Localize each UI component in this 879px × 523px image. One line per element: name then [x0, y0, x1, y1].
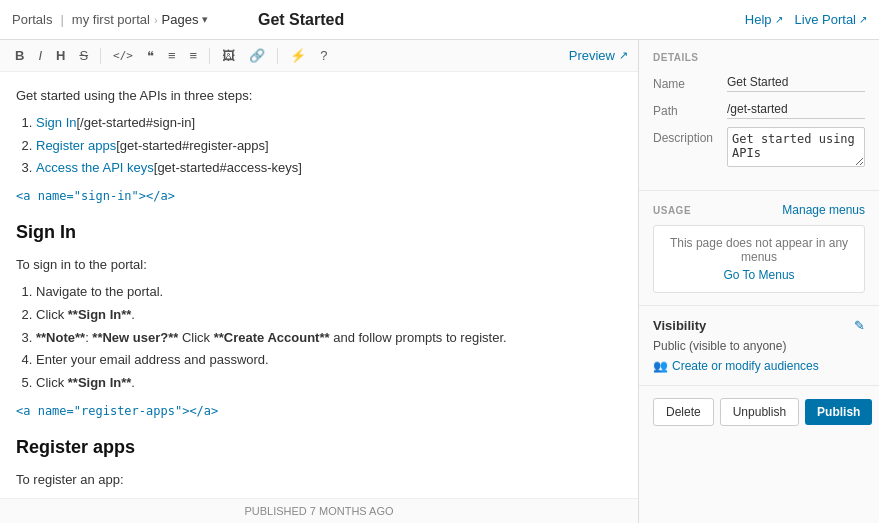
bold-button[interactable]: B — [10, 46, 29, 65]
manage-menus-link[interactable]: Manage menus — [782, 203, 865, 217]
toolbar-divider-1 — [100, 48, 101, 64]
italic-button[interactable]: I — [33, 46, 47, 65]
intro-text: Get started using the APIs in three step… — [16, 86, 622, 107]
step-2: Register apps[get-started#register-apps] — [36, 136, 622, 157]
details-section: DETAILS Name Path Description Get starte… — [639, 40, 879, 191]
path-input[interactable] — [727, 100, 865, 119]
preview-button[interactable]: Preview ↗ — [569, 48, 628, 63]
publish-button[interactable]: Publish — [805, 399, 872, 425]
unordered-list-button[interactable]: ≡ — [163, 46, 181, 65]
h2-register: Register apps — [16, 433, 622, 462]
toolbar-divider-2 — [209, 48, 210, 64]
help-link[interactable]: Help ↗ — [745, 12, 783, 27]
name-input[interactable] — [727, 73, 865, 92]
lightning-button[interactable]: ⚡ — [285, 46, 311, 65]
visibility-title: Visibility — [653, 318, 706, 333]
editor-panel: B I H S </> ❝ ≡ ≡ 🖼 🔗 ⚡ ? Preview ↗ Get … — [0, 40, 639, 523]
image-button[interactable]: 🖼 — [217, 46, 240, 65]
step-1: Sign In[/get-started#sign-in] — [36, 113, 622, 134]
description-label: Description — [653, 127, 721, 145]
pages-breadcrumb[interactable]: Pages — [162, 12, 199, 27]
path-field-row: Path — [653, 100, 865, 119]
usage-box: This page does not appear in any menus G… — [653, 225, 865, 293]
strikethrough-button[interactable]: S — [74, 46, 93, 65]
description-textarea[interactable]: Get started using APIs — [727, 127, 865, 167]
visibility-section: Visibility ✎ Public (visible to anyone) … — [639, 306, 879, 386]
step-3: Access the API keys[get-started#access-k… — [36, 158, 622, 179]
visibility-header: Visibility ✎ — [653, 318, 865, 333]
name-field-row: Name — [653, 73, 865, 92]
toolbar-divider-3 — [277, 48, 278, 64]
no-menus-text: This page does not appear in any menus — [670, 236, 848, 264]
description-field-row: Description Get started using APIs — [653, 127, 865, 170]
sign-in-intro: To sign in to the portal: — [16, 255, 622, 276]
register-intro: To register an app: — [16, 470, 622, 491]
steps-list: Sign In[/get-started#sign-in] Register a… — [36, 113, 622, 179]
anchor-register: <a name="register-apps"></a> — [16, 402, 622, 421]
visibility-edit-icon[interactable]: ✎ — [854, 318, 865, 333]
link-button[interactable]: 🔗 — [244, 46, 270, 65]
nav-right: Help ↗ Live Portal ↗ — [745, 12, 867, 27]
action-buttons: Delete Unpublish Publish — [639, 386, 879, 438]
right-panel: DETAILS Name Path Description Get starte… — [639, 40, 879, 523]
heading-button[interactable]: H — [51, 46, 70, 65]
usage-section: Usage Manage menus This page does not ap… — [639, 191, 879, 306]
breadcrumb-arrow: › — [154, 14, 158, 26]
audience-link[interactable]: 👥 Create or modify audiences — [653, 359, 865, 373]
breadcrumb-sep1: | — [60, 12, 63, 27]
portals-nav-link[interactable]: Portals — [12, 12, 52, 27]
sign-in-step-1: Navigate to the portal. — [36, 282, 622, 303]
delete-button[interactable]: Delete — [653, 398, 714, 426]
editor-content[interactable]: Get started using the APIs in three step… — [0, 72, 638, 498]
sign-in-step-2: Click **Sign In**. — [36, 305, 622, 326]
name-label: Name — [653, 73, 721, 91]
pages-dropdown-arrow[interactable]: ▾ — [202, 13, 208, 26]
published-status: PUBLISHED 7 MONTHS AGO — [244, 505, 393, 517]
live-portal-link[interactable]: Live Portal ↗ — [795, 12, 867, 27]
sign-in-step-4: Enter your email address and password. — [36, 350, 622, 371]
page-title: Get Started — [258, 11, 344, 29]
preview-icon: ↗ — [619, 49, 628, 62]
external-link-icon-2: ↗ — [859, 14, 867, 25]
code-button[interactable]: </> — [108, 47, 138, 64]
go-to-menus-link[interactable]: Go To Menus — [666, 268, 852, 282]
sign-in-step-3: **Note**: **New user?** Click **Create A… — [36, 328, 622, 349]
editor-toolbar: B I H S </> ❝ ≡ ≡ 🖼 🔗 ⚡ ? Preview ↗ — [0, 40, 638, 72]
portal-name-breadcrumb[interactable]: my first portal — [72, 12, 150, 27]
sign-in-steps: Navigate to the portal. Click **Sign In*… — [36, 282, 622, 394]
visibility-description: Public (visible to anyone) — [653, 339, 865, 353]
sign-in-step-5: Click **Sign In**. — [36, 373, 622, 394]
status-bar: PUBLISHED 7 MONTHS AGO — [0, 498, 638, 523]
help-toolbar-button[interactable]: ? — [315, 46, 332, 65]
h2-sign-in: Sign In — [16, 218, 622, 247]
external-link-icon: ↗ — [775, 14, 783, 25]
details-section-label: DETAILS — [653, 52, 865, 63]
usage-header: Usage Manage menus — [653, 203, 865, 217]
path-label: Path — [653, 100, 721, 118]
anchor-sign-in: <a name="sign-in"></a> — [16, 187, 622, 206]
ordered-list-button[interactable]: ≡ — [185, 46, 203, 65]
usage-section-label: Usage — [653, 205, 691, 216]
unpublish-button[interactable]: Unpublish — [720, 398, 799, 426]
quote-button[interactable]: ❝ — [142, 46, 159, 65]
audience-icon: 👥 — [653, 359, 668, 373]
